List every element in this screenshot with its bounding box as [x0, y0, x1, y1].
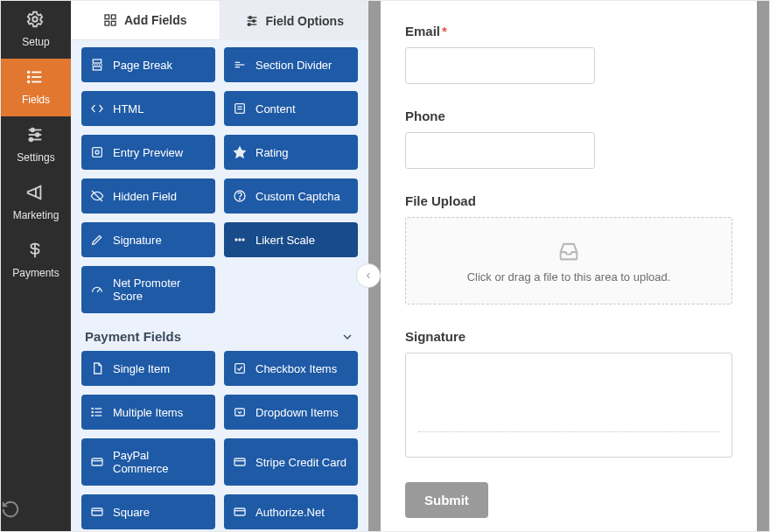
dots-icon — [233, 233, 247, 247]
tab-add-fields[interactable]: Add Fields — [71, 1, 220, 40]
field-label: Net Promoter Score — [113, 276, 206, 303]
svg-point-34 — [95, 150, 99, 154]
upload-label: File Upload — [405, 193, 732, 208]
fields-scroll[interactable]: Page BreakSection DividerHTMLContentEntr… — [71, 40, 368, 531]
collapse-panel-button[interactable] — [356, 263, 381, 288]
nav-label: Setup — [22, 36, 49, 48]
payment-field-btn-square[interactable]: Square — [81, 494, 215, 529]
svg-point-21 — [252, 19, 255, 22]
phone-input[interactable] — [405, 132, 595, 169]
field-label: Entry Preview — [113, 146, 183, 159]
svg-point-38 — [239, 199, 240, 200]
svg-point-49 — [92, 415, 93, 416]
nav-item-payments[interactable]: Payments — [1, 232, 71, 290]
field-btn-html[interactable]: HTML — [81, 91, 215, 126]
field-btn-net-promoter-score[interactable]: Net Promoter Score — [81, 266, 215, 313]
form-field-file-upload[interactable]: File Upload Click or drag a file to this… — [405, 193, 732, 304]
svg-point-5 — [28, 76, 30, 78]
star-icon — [233, 145, 247, 159]
card-icon — [233, 505, 247, 519]
card-icon — [90, 455, 104, 469]
svg-rect-43 — [235, 364, 245, 374]
dollar-icon — [25, 241, 46, 262]
svg-marker-35 — [234, 147, 245, 158]
svg-rect-15 — [111, 15, 116, 19]
undo-history-button[interactable] — [1, 491, 71, 531]
file-upload-dropzone[interactable]: Click or drag a file to this area to upl… — [405, 217, 732, 304]
svg-rect-50 — [235, 409, 245, 416]
payment-field-btn-single-item[interactable]: Single Item — [81, 351, 215, 386]
svg-point-4 — [28, 72, 30, 74]
fields-panel: Add Fields Field Options Page BreakSecti… — [71, 1, 368, 531]
field-btn-likert-scale[interactable]: Likert Scale — [224, 222, 358, 257]
question-icon — [233, 189, 247, 203]
svg-point-40 — [239, 239, 241, 241]
code-icon — [90, 102, 104, 116]
field-btn-rating[interactable]: Rating — [224, 135, 358, 170]
payment-field-btn-authorize-net[interactable]: Authorize.Net — [224, 494, 358, 529]
chevron-down-icon — [340, 330, 354, 344]
checkbox-icon — [233, 361, 247, 375]
svg-point-10 — [36, 133, 39, 136]
field-btn-section-divider[interactable]: Section Divider — [224, 47, 358, 82]
nav-label: Fields — [22, 94, 50, 106]
field-label: Checkbox Items — [256, 362, 337, 375]
dropdown-icon — [233, 405, 247, 419]
field-label: Likert Scale — [256, 234, 315, 247]
field-btn-custom-captcha[interactable]: Custom Captcha — [224, 178, 358, 214]
payment-field-btn-dropdown-items[interactable]: Dropdown Items — [224, 395, 358, 430]
svg-point-6 — [28, 81, 30, 83]
payment-field-btn-stripe-credit-card[interactable]: Stripe Credit Card — [224, 438, 358, 486]
nav-item-marketing[interactable]: Marketing — [1, 174, 71, 232]
svg-rect-24 — [93, 60, 101, 63]
field-label: Section Divider — [256, 59, 332, 72]
form-preview-wrapper: Email* Phone File Upload Click or drag a… — [368, 1, 769, 531]
page-break-icon — [90, 58, 104, 72]
left-nav: SetupFieldsSettingsMarketingPayments — [1, 1, 71, 531]
svg-point-19 — [248, 16, 251, 18]
field-btn-signature[interactable]: Signature — [81, 222, 215, 257]
panel-tabs: Add Fields Field Options — [71, 1, 368, 40]
field-btn-content[interactable]: Content — [224, 91, 358, 126]
sliders-icon — [245, 14, 259, 28]
payment-field-btn-checkbox-items[interactable]: Checkbox Items — [224, 351, 358, 386]
nav-item-setup[interactable]: Setup — [1, 1, 71, 59]
field-label: Single Item — [113, 362, 170, 375]
payment-field-btn-paypal-commerce[interactable]: PayPal Commerce — [81, 438, 215, 486]
svg-rect-25 — [93, 66, 101, 70]
field-btn-hidden-field[interactable]: Hidden Field — [81, 178, 215, 214]
form-field-signature[interactable]: Signature — [405, 329, 732, 458]
field-label: Custom Captcha — [256, 190, 340, 203]
gauge-icon — [90, 283, 104, 297]
field-label: Stripe Credit Card — [256, 456, 346, 469]
upload-hint: Click or drag a file to this area to upl… — [467, 270, 671, 284]
pencil-icon — [90, 233, 104, 247]
signature-pad[interactable] — [405, 353, 732, 458]
payment-fields-grid: Single ItemCheckbox ItemsMultiple ItemsD… — [81, 351, 358, 531]
field-btn-page-break[interactable]: Page Break — [81, 47, 215, 82]
email-input[interactable] — [405, 47, 595, 84]
nav-item-fields[interactable]: Fields — [1, 59, 71, 116]
payment-fields-header[interactable]: Payment Fields — [81, 313, 358, 351]
list-icon — [25, 67, 46, 88]
tab-field-options[interactable]: Field Options — [220, 1, 369, 40]
field-btn-entry-preview[interactable]: Entry Preview — [81, 135, 215, 170]
field-label: Hidden Field — [113, 190, 177, 203]
eye-off-icon — [90, 189, 104, 203]
email-label: Email* — [405, 24, 732, 38]
nav-item-settings[interactable]: Settings — [1, 116, 71, 174]
payment-field-btn-multiple-items[interactable]: Multiple Items — [81, 395, 215, 430]
svg-rect-16 — [105, 21, 109, 25]
card-icon — [90, 505, 104, 519]
list-icon — [90, 405, 104, 419]
preview-icon — [90, 145, 104, 159]
svg-point-8 — [31, 129, 34, 132]
submit-button[interactable]: Submit — [405, 482, 488, 518]
content-icon — [233, 102, 247, 116]
file-icon — [90, 361, 104, 375]
form-field-phone[interactable]: Phone — [405, 108, 732, 169]
required-indicator: * — [442, 24, 447, 38]
gear-icon — [25, 10, 46, 31]
card-icon — [233, 455, 247, 469]
form-field-email[interactable]: Email* — [405, 24, 732, 84]
